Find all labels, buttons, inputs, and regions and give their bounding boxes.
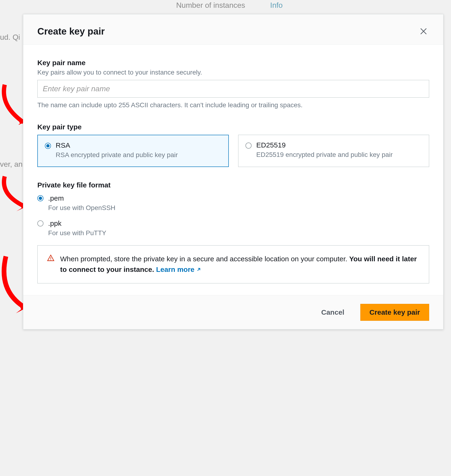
keypair-name-label: Key pair name [37,59,429,67]
file-format-group: Private key file format .pem For use wit… [37,181,429,238]
backdrop-text-fragment-1: ud. Qi [0,33,20,42]
external-link-icon [196,264,201,275]
file-format-ppk-radio[interactable]: .ppk For use with PuTTY [37,219,429,238]
radio-desc-ed25519: ED25519 encrypted private and public key… [256,150,422,159]
close-button[interactable] [418,26,429,37]
radio-desc-ppk: For use with PuTTY [48,228,429,238]
warning-text-part1: When prompted, store the private key in … [60,255,349,263]
cancel-button[interactable]: Cancel [312,304,353,321]
radio-desc-rsa: RSA encrypted private and public key pai… [56,150,221,160]
svg-point-1 [50,259,51,260]
radio-title-ppk: .ppk [48,219,429,227]
file-format-pem-radio[interactable]: .pem For use with OpenSSH [37,194,429,212]
keypair-type-rsa-card[interactable]: RSA RSA encrypted private and public key… [37,135,229,167]
keypair-name-group: Key pair name Key pairs allow you to con… [37,59,429,109]
radio-icon [37,195,44,201]
keypair-name-desc: Key pairs allow you to connect to your i… [37,69,429,76]
learn-more-label: Learn more [156,265,194,273]
modal-header: Create key pair [23,14,443,45]
modal-title: Create key pair [37,26,105,37]
warning-icon [47,254,55,263]
radio-icon [37,220,44,226]
warning-text: When prompted, store the private key in … [60,254,420,275]
backdrop-info-link: Info [270,1,282,10]
file-format-label: Private key file format [37,181,429,189]
close-icon [419,27,428,36]
learn-more-link[interactable]: Learn more [156,265,201,273]
radio-desc-pem: For use with OpenSSH [48,203,429,212]
backdrop-text-fragment-2: ver, an [0,160,23,169]
radio-title-ed25519: ED25519 [256,141,422,149]
radio-icon [245,142,251,149]
radio-title-rsa: RSA [56,141,221,149]
warning-alert: When prompted, store the private key in … [37,245,429,284]
modal-footer: Cancel Create key pair [23,295,443,329]
keypair-name-input[interactable] [37,80,429,98]
radio-title-pem: .pem [48,194,429,202]
keypair-type-group: Key pair type RSA RSA encrypted private … [37,123,429,167]
radio-icon [45,143,51,149]
create-keypair-button[interactable]: Create key pair [360,304,429,321]
keypair-type-ed25519-card[interactable]: ED25519 ED25519 encrypted private and pu… [238,135,429,167]
keypair-name-hint: The name can include upto 255 ASCII char… [37,101,429,109]
create-keypair-modal: Create key pair Key pair name Key pairs … [23,14,444,329]
backdrop-label-instances: Number of instances [176,1,245,10]
modal-body: Key pair name Key pairs allow you to con… [23,45,443,295]
keypair-type-label: Key pair type [37,123,429,131]
